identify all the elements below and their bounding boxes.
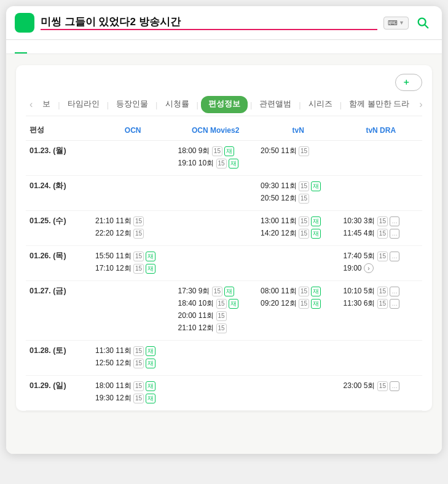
date-cell: 01.27. (금) xyxy=(26,281,92,341)
tab-more[interactable] xyxy=(138,41,145,52)
ocnmovies2-cell: 17:30 9회 15 재18:40 10회 15 재20:00 11회 152… xyxy=(174,281,257,341)
tvn-cell xyxy=(257,376,340,411)
schedule-entry: 20:50 11회 15 xyxy=(261,146,336,156)
search-icon xyxy=(416,16,430,30)
tab-지도[interactable] xyxy=(125,40,138,54)
sub-tab-보[interactable]: 보 xyxy=(36,93,57,116)
sub-tab-함께볼만한드라[interactable]: 함께 볼만한 드라 xyxy=(343,93,415,116)
sub-tabs: ‹ 보 | 타임라인 | 등장인물 | 시청률 | 편성정보 | 관련앨범 | … xyxy=(26,93,422,116)
tab-동영상[interactable] xyxy=(76,40,88,54)
badge-15: 15 xyxy=(299,146,309,156)
tvndra-cell: 10:10 5회 15 …11:30 6회 15 … xyxy=(339,281,422,341)
tab-지식in[interactable] xyxy=(52,40,64,54)
sub-tab-시청률[interactable]: 시청률 xyxy=(159,93,195,116)
schedule-wrap: 편성 OCN OCN Movies2 tvN tvN DRA 01.23. (월… xyxy=(26,120,422,411)
tvndra-cell: 10:30 3회 15 …11:45 4회 15 … xyxy=(339,211,422,246)
schedule-entry: 14:20 12회 15 재 xyxy=(261,228,336,239)
tab-뉴스[interactable] xyxy=(101,40,113,54)
schedule-entry: 23:00 5회 15 … xyxy=(343,381,419,391)
badge-15: 15 xyxy=(133,229,144,239)
sub-tab-next[interactable]: › xyxy=(415,95,422,114)
keyboard-icon[interactable]: ⌨ ▼ xyxy=(383,17,409,30)
ocn-cell: 18:00 11회 15 재19:30 12회 15 재 xyxy=(92,376,175,411)
tab-통합[interactable] xyxy=(15,40,27,54)
table-row: 01.23. (월) 18:00 9회 15 재19:10 10회 15 재 2… xyxy=(26,141,422,176)
schedule-entry: 21:10 11회 15 xyxy=(95,216,171,226)
badge-re: 재 xyxy=(311,287,321,296)
col-header-ocnmovies2: OCN Movies2 xyxy=(174,120,257,141)
badge-15: 15 xyxy=(377,381,388,391)
ocnmovies2-cell xyxy=(174,176,257,211)
tvndra-cell: 17:40 5회 15 …19:00 › xyxy=(339,246,422,281)
schedule-entry: 19:10 10회 15 재 xyxy=(178,158,253,169)
sub-tab-시리즈[interactable]: 시리즈 xyxy=(302,93,339,116)
date-cell: 01.23. (월) xyxy=(26,141,92,176)
badge-15: 15 xyxy=(133,216,144,226)
badge-15: 15 xyxy=(299,299,309,309)
badge-15: 15 xyxy=(377,229,388,239)
tab-이미지[interactable] xyxy=(39,40,52,54)
more-arrow[interactable]: › xyxy=(364,263,374,273)
search-input[interactable] xyxy=(41,15,377,30)
badge-re: 재 xyxy=(224,146,234,156)
date-cell: 01.26. (목) xyxy=(26,246,92,281)
badge-15: 15 xyxy=(377,252,388,261)
schedule-entry: 17:30 9회 15 재 xyxy=(178,286,253,296)
badge-re: 재 xyxy=(146,394,155,403)
sub-tab-관련앨범[interactable]: 관련앨범 xyxy=(253,93,297,116)
badge-15: 15 xyxy=(216,323,227,333)
col-header-ocn: OCN xyxy=(92,120,175,141)
date-cell: 01.29. (일) xyxy=(26,376,92,411)
schedule-entry: 11:30 11회 15 재 xyxy=(95,346,171,356)
tvn-cell: 09:30 11회 15 재20:50 12회 15 xyxy=(257,176,340,211)
tab-view[interactable] xyxy=(27,40,39,54)
schedule-entry: 21:10 12회 15 xyxy=(178,323,253,333)
search-button[interactable] xyxy=(412,12,433,33)
sub-tab-편성정보[interactable]: 편성정보 xyxy=(201,96,248,113)
table-row: 01.29. (일) 18:00 11회 15 재19:30 12회 15 재 … xyxy=(26,376,422,411)
badge-15: 15 xyxy=(133,394,144,403)
ocnmovies2-cell: 18:00 9회 15 재19:10 10회 15 재 xyxy=(174,141,257,176)
table-row: 01.25. (수) 21:10 11회 1522:20 12회 15 13:0… xyxy=(26,211,422,246)
ocnmovies2-cell xyxy=(174,376,257,411)
schedule-entry: 15:50 11회 15 재 xyxy=(95,251,171,261)
schedule-entry: 10:10 5회 15 … xyxy=(343,286,419,296)
tvn-cell: 13:00 11회 15 재14:20 12회 15 재 xyxy=(257,211,340,246)
schedule-entry: 20:50 12회 15 xyxy=(261,193,336,204)
ocn-cell: 11:30 11회 15 재12:50 12회 15 재 xyxy=(92,341,175,376)
badge-15: 15 xyxy=(212,287,222,296)
schedule-entry: 09:30 11회 15 재 xyxy=(261,181,336,191)
badge-15: 15 xyxy=(377,299,388,309)
sub-tab-타임라인[interactable]: 타임라인 xyxy=(61,93,106,116)
badge-re: 재 xyxy=(311,299,321,309)
badge-trunc: … xyxy=(390,229,399,239)
schedule-entry: 18:00 9회 15 재 xyxy=(178,146,253,156)
table-row: 01.24. (화) 09:30 11회 15 재20:50 12회 15 xyxy=(26,176,422,211)
schedule-entry: 20:00 11회 15 xyxy=(178,311,253,321)
schedule-entry: 09:20 12회 15 재 xyxy=(261,298,336,309)
date-cell: 01.25. (수) xyxy=(26,211,92,246)
schedule-entry: 10:30 3회 15 … xyxy=(343,216,419,226)
badge-15: 15 xyxy=(377,287,388,296)
tvndra-cell xyxy=(339,341,422,376)
tab-쇼핑[interactable] xyxy=(88,40,101,54)
schedule-entry: 18:00 11회 15 재 xyxy=(95,381,171,391)
sub-tab-등장인물[interactable]: 등장인물 xyxy=(110,93,154,116)
ocnmovies2-cell xyxy=(174,341,257,376)
badge-15: 15 xyxy=(299,229,309,239)
badge-15: 15 xyxy=(216,159,227,169)
ocnmovies2-cell xyxy=(174,211,257,246)
date-cell: 01.24. (화) xyxy=(26,176,92,211)
sub-tab-prev[interactable]: ‹ xyxy=(26,95,36,114)
badge-re: 재 xyxy=(146,252,155,261)
tab-인플루언서[interactable] xyxy=(64,40,76,54)
keyboard-icon-label: ⌨ xyxy=(388,19,398,27)
tab-어학사전[interactable] xyxy=(113,40,125,54)
badge-15: 15 xyxy=(299,181,309,191)
drama-header: ＋ xyxy=(26,74,422,91)
schedule-entry: 18:40 10회 15 재 xyxy=(178,298,253,309)
subscribe-button[interactable]: ＋ xyxy=(395,74,422,91)
badge-re: 재 xyxy=(229,159,238,169)
naver-logo[interactable] xyxy=(15,13,34,33)
badge-15: 15 xyxy=(133,252,144,261)
